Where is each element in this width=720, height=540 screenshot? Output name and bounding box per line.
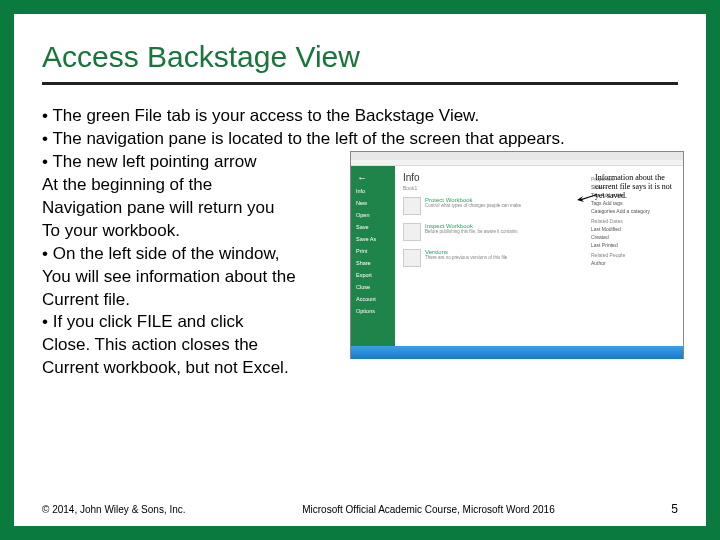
text-line: Current workbook, but not Excel. bbox=[42, 357, 678, 380]
back-arrow-icon: ← bbox=[351, 170, 395, 185]
info-column: Info Book1 Protect WorkbookControl what … bbox=[403, 172, 591, 340]
nav-item: Open bbox=[351, 209, 395, 221]
text-line: The green File tab is your access to the… bbox=[42, 105, 678, 128]
workbook-name: Book1 bbox=[403, 185, 591, 191]
page-number: 5 bbox=[671, 502, 678, 516]
slide-title: Access Backstage View bbox=[42, 40, 678, 85]
window-titlebar bbox=[351, 152, 683, 160]
nav-item: Info bbox=[351, 185, 395, 197]
nav-item: Options bbox=[351, 305, 395, 317]
slide-inner: Access Backstage View The green File tab… bbox=[14, 14, 706, 526]
slide-footer: © 2014, John Wiley & Sons, Inc. Microsof… bbox=[42, 502, 678, 516]
copyright: © 2014, John Wiley & Sons, Inc. bbox=[42, 504, 186, 515]
nav-item: Print bbox=[351, 245, 395, 257]
info-block-icon bbox=[403, 249, 421, 267]
prop-line: Last Printed bbox=[591, 242, 675, 248]
backstage-nav: ← InfoNewOpenSaveSave AsPrintShareExport… bbox=[351, 166, 395, 346]
nav-item: Export bbox=[351, 269, 395, 281]
nav-item: Save bbox=[351, 221, 395, 233]
prop-line: Categories Add a category bbox=[591, 208, 675, 214]
info-block: Protect WorkbookControl what types of ch… bbox=[403, 197, 591, 215]
course-title: Microsoft Official Academic Course, Micr… bbox=[186, 504, 672, 515]
slide: Access Backstage View The green File tab… bbox=[0, 0, 720, 540]
info-block: Inspect WorkbookBefore publishing this f… bbox=[403, 223, 591, 241]
prop-line: Created bbox=[591, 234, 675, 240]
prop-line: Tags Add tags bbox=[591, 200, 675, 206]
prop-heading: Related People bbox=[591, 252, 675, 258]
slide-body: The green File tab is your access to the… bbox=[42, 105, 678, 380]
info-block-sub: There are no previous versions of this f… bbox=[425, 255, 507, 260]
backstage-screenshot: ← InfoNewOpenSaveSave AsPrintShareExport… bbox=[350, 151, 684, 359]
info-block-sub: Before publishing this file, be aware it… bbox=[425, 229, 518, 234]
callout-arrow-icon bbox=[577, 192, 597, 202]
info-block-sub: Control what types of changes people can… bbox=[425, 203, 521, 208]
nav-item: Save As bbox=[351, 233, 395, 245]
prop-line: Last Modified bbox=[591, 226, 675, 232]
prop-line: Author bbox=[591, 260, 675, 266]
info-block-icon bbox=[403, 223, 421, 241]
info-heading: Info bbox=[403, 172, 591, 183]
prop-heading: Related Dates bbox=[591, 218, 675, 224]
callout-text: Information about the current file says … bbox=[595, 174, 681, 200]
nav-item: New bbox=[351, 197, 395, 209]
nav-item: Close bbox=[351, 281, 395, 293]
info-block-icon bbox=[403, 197, 421, 215]
nav-item: Account bbox=[351, 293, 395, 305]
info-block: VersionsThere are no previous versions o… bbox=[403, 249, 591, 267]
nav-item: Share bbox=[351, 257, 395, 269]
text-line: The navigation pane is located to the le… bbox=[42, 128, 678, 151]
taskbar bbox=[351, 346, 683, 359]
